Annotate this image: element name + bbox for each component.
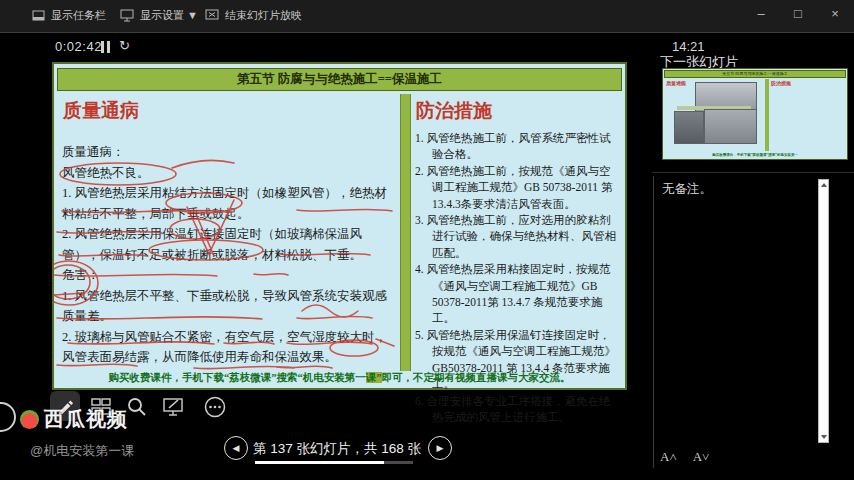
notes-scrollbar[interactable] bbox=[818, 179, 829, 443]
restart-timer-button[interactable]: ↻ bbox=[119, 38, 130, 53]
scroll-down-icon[interactable] bbox=[821, 435, 827, 439]
quality-defects-text: 质量通病：风管绝热不良。1. 风管绝热层采用粘结方法固定时（如橡塑风管），绝热材… bbox=[62, 142, 396, 368]
measure-item: 1. 风管绝热施工前，风管系统严密性试验合格。 bbox=[415, 130, 619, 163]
slide-paragraph: 风管绝热不良。 bbox=[62, 163, 396, 184]
display-pen-settings-button[interactable] bbox=[161, 394, 187, 420]
slide-paragraph: 1. 风管绝热层采用粘结方法固定时（如橡塑风管），绝热材料粘结不平整，局部下垂或… bbox=[62, 183, 396, 224]
author-watermark: @机电安装第一课 bbox=[30, 442, 134, 460]
clock: 14:21 bbox=[672, 39, 705, 54]
presenter-view: 显示任务栏 显示设置 ▼ 结束幻灯片放映 – □ × 0:02:42 bbox=[0, 0, 854, 480]
maximize-button[interactable]: □ bbox=[787, 4, 809, 24]
thumbnail-title: 第五节 防腐与与绝热施工==保温施工 bbox=[664, 70, 846, 78]
zoom-tool-button[interactable] bbox=[124, 394, 150, 420]
minimize-button[interactable]: – bbox=[750, 4, 772, 24]
more-options-button[interactable] bbox=[202, 394, 228, 420]
close-button[interactable]: × bbox=[824, 4, 846, 24]
pen-tool-button[interactable] bbox=[50, 391, 80, 421]
notes-font-controls: A˄ A˅ bbox=[660, 449, 709, 465]
font-decrease-button[interactable]: A˅ bbox=[693, 449, 710, 465]
previous-arrow-icon: ◀ bbox=[233, 443, 240, 453]
next-arrow-icon: ▶ bbox=[437, 443, 444, 453]
ellipsis-icon bbox=[203, 395, 227, 419]
measure-item: 3. 风管绝热施工前，应对选用的胶粘剂进行试验，确保与绝热材料、风管相匹配。 bbox=[415, 212, 619, 261]
display-settings-icon bbox=[120, 9, 134, 22]
measure-item: 4. 风管绝热层采用粘接固定时，按规范《通风与空调工程施工规范》GB 50378… bbox=[415, 261, 619, 327]
footer-highlight: 课” bbox=[366, 372, 382, 383]
watermelon-logo-icon bbox=[20, 410, 39, 429]
next-slide-button[interactable]: ▶ bbox=[428, 436, 452, 460]
panel-separator bbox=[652, 172, 854, 173]
right-column-heading: 防治措施 bbox=[416, 98, 492, 124]
pause-timer-button[interactable] bbox=[101, 41, 110, 53]
scroll-up-icon[interactable] bbox=[821, 183, 827, 187]
monitor-pen-icon bbox=[162, 396, 186, 418]
slide-paragraph: 质量通病： bbox=[62, 142, 396, 163]
thumbnail-photo-small-left bbox=[674, 111, 704, 144]
previous-slide-button[interactable]: ◀ bbox=[224, 436, 248, 460]
slide-counter: 第 137 张幻灯片，共 168 张 bbox=[253, 440, 415, 458]
left-column-heading: 质量通病 bbox=[63, 98, 139, 124]
thumbnail-left-heading: 质量通病 bbox=[666, 80, 686, 86]
slide-footer-note: 购买收费课件，手机下载“荔枝微课”搜索“机电安装第一课”即可，不定期有视频直播课… bbox=[54, 371, 625, 385]
slide-paragraph: 1. 风管绝热层不平整、下垂或松脱，导致风管系统安装观感质量差。 bbox=[62, 286, 396, 327]
end-slideshow-label: 结束幻灯片放映 bbox=[225, 8, 302, 23]
end-slideshow-button[interactable]: 结束幻灯片放映 bbox=[205, 8, 302, 23]
elapsed-timer: 0:02:42 bbox=[55, 39, 102, 54]
footer-text-end: 即可，不定期有视频直播课与大家交流。 bbox=[382, 372, 571, 383]
presenter-toolbar: 显示任务栏 显示设置 ▼ 结束幻灯片放映 – □ × bbox=[0, 0, 854, 33]
footer-text: 购买收费课件，手机下载“荔枝微课”搜索“机电安装第一 bbox=[109, 372, 366, 383]
end-slideshow-icon bbox=[205, 9, 219, 22]
display-settings-label: 显示设置 ▼ bbox=[140, 8, 198, 23]
window-controls: – □ × bbox=[750, 4, 846, 24]
slide-paragraph: 2. 风管绝热层采用保温钉连接固定时（如玻璃棉保温风管），保温钉不足或被折断或脱… bbox=[62, 224, 396, 265]
thumbnail-divider bbox=[765, 79, 769, 151]
measure-item: 2. 风管绝热施工前，按规范《通风与空调工程施工规范》GB 50738-2011… bbox=[415, 163, 619, 212]
show-taskbar-button[interactable]: 显示任务栏 bbox=[32, 8, 106, 23]
slideshow-progress-bar bbox=[255, 461, 413, 464]
slide-paragraph: 危害： bbox=[62, 265, 396, 286]
edge-nav-button[interactable] bbox=[0, 402, 16, 432]
pen-icon bbox=[56, 397, 74, 415]
slide-paragraph: 2. 玻璃棉与风管贴合不紧密，有空气层，空气湿度较大时，风管表面易结露，从而降低… bbox=[62, 327, 396, 368]
current-slide[interactable]: 第五节 防腐与与绝热施工==保温施工 质量通病 防治措施 质量通病：风管绝热不良… bbox=[52, 62, 627, 390]
next-slide-thumbnail[interactable]: 第五节 防腐与与绝热施工==保温施工 质量通病 防治措施 购买收费课件，手机下载… bbox=[662, 68, 848, 160]
display-settings-button[interactable]: 显示设置 ▼ bbox=[120, 8, 198, 23]
font-increase-button[interactable]: A˄ bbox=[660, 449, 677, 465]
slide-column-divider bbox=[400, 94, 411, 371]
thumbnail-footer-note: 购买收费课件，手机下载“荔枝微课”搜索“机电安装第一 bbox=[665, 153, 845, 158]
measure-item: 6. 合理安排各专业工序搭接，避免在绝热完成的风管上进行施工。 bbox=[415, 393, 619, 426]
slide-title: 第五节 防腐与与绝热施工==保温施工 bbox=[57, 68, 622, 91]
thumbnail-right-heading: 防治措施 bbox=[771, 80, 791, 86]
magnifier-icon bbox=[126, 396, 148, 418]
notes-panel-border bbox=[653, 176, 654, 468]
thumbnail-photo-small-right bbox=[704, 109, 757, 144]
show-taskbar-label: 显示任务栏 bbox=[51, 8, 106, 23]
progress-fill bbox=[255, 461, 384, 464]
all-slides-button[interactable] bbox=[88, 394, 114, 420]
slide-grid-icon bbox=[91, 397, 111, 417]
notes-text: 无备注。 bbox=[662, 181, 712, 198]
taskbar-icon bbox=[32, 9, 45, 22]
